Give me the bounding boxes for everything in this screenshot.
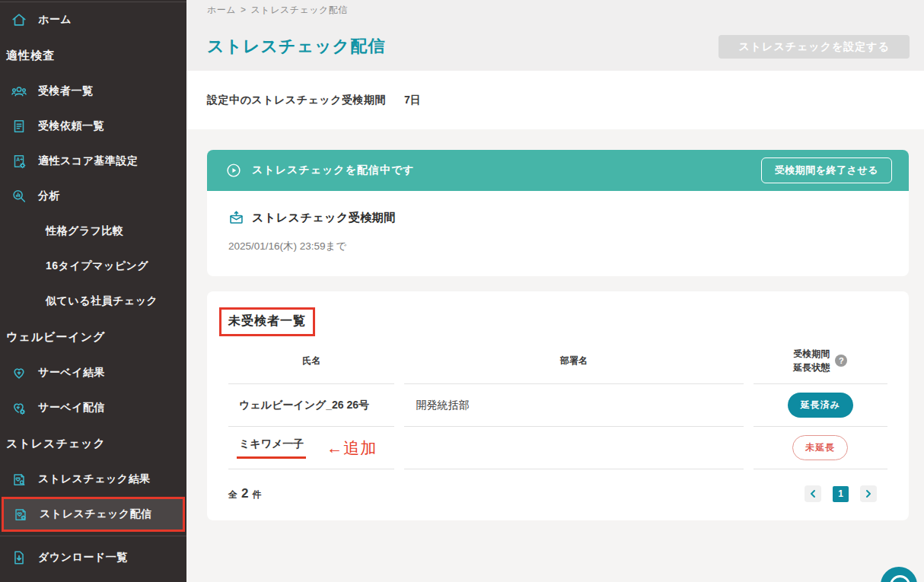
sidebar-item-downloads[interactable]: ダウンロード一覧 [0,540,186,575]
downloads-icon [11,549,27,566]
period-setting-label: 設定中のストレスチェック受検期間 [207,94,386,107]
sidebar-item-survey-delivery[interactable]: サーベイ配信 [0,390,186,425]
period-setting-value: 7日 [404,94,421,107]
sidebar-item-survey-results[interactable]: サーベイ結果 [0,355,186,390]
sidebar-divider [0,536,186,536]
sidebar-item-label: ストレスチェック配信 [40,507,152,521]
sidebar-item-score-criteria[interactable]: A+ 適性スコア基準設定 [0,144,186,179]
prev-page-button[interactable] [805,485,821,502]
svg-text:A+: A+ [16,157,23,162]
pending-examinees-card: 未受検者一覧 氏名 部署名 受検期間 延長状態 [207,291,909,520]
status-badge-not-extended: 未延長 [792,435,848,460]
delivery-status-text: ストレスチェックを配信中です [252,164,415,177]
chevron-right-icon [864,489,873,498]
stresscheck-results-icon [11,471,27,488]
sidebar-item-stresscheck-delivery[interactable]: ストレスチェック配信 [2,497,185,532]
annotation-underlined-name: ミキワメ一子 [237,437,306,459]
examinee-department [404,427,743,469]
examinee-department: 開発統括部 [404,384,743,427]
pagination: 1 [805,485,877,502]
exam-period-deadline: 2025/01/16(木) 23:59まで [228,240,887,253]
breadcrumb-separator: > [241,5,247,15]
survey-delivery-icon [11,399,27,416]
sidebar-section-wellbeing: ウェルビーイング [0,319,186,355]
table-footer: 全 2 件 1 [228,485,887,502]
sidebar-item-home[interactable]: ホーム [0,2,186,37]
delivery-status-card: ストレスチェックを配信中です 受検期間を終了させる ストレスチェック受検期間 2… [207,150,909,276]
pending-examinees-table: 氏名 部署名 受検期間 延長状態 ? [218,342,897,469]
sidebar-section-aptitude: 適性検査 [0,37,186,74]
breadcrumb: ホーム>ストレスチェック配信 [207,4,348,17]
extension-header-line2: 延長状態 [793,362,830,373]
sidebar-item-label: 分析 [38,189,60,203]
page-header: ホーム>ストレスチェック配信 ストレスチェック配信 ストレスチェックを設定する [186,0,924,71]
survey-results-icon [11,364,27,381]
play-circle-icon [225,162,242,179]
extension-status-cell: 未延長 [754,427,887,469]
period-setting-bar: 設定中のストレスチェック受検期間 7日 [186,71,924,129]
total-count: 全 2 件 [228,486,261,501]
sidebar-item-label: 似ている社員チェック [46,294,158,308]
sidebar-item-label: サーベイ結果 [38,366,105,380]
pending-examinees-title: 未受検者一覧 [228,314,306,327]
column-header-name: 氏名 [228,342,394,384]
sidebar-item-label: ホーム [38,13,72,27]
app-window: ホーム 適性検査 受検者一覧 受検依頼一覧 A+ 適性スコア基準設定 分 [0,0,924,582]
sidebar-item-exam-requests[interactable]: 受検依頼一覧 [0,109,186,144]
main-content: ホーム>ストレスチェック配信 ストレスチェック配信 ストレスチェックを設定する … [186,0,924,582]
setup-stresscheck-button[interactable]: ストレスチェックを設定する [718,35,910,59]
sidebar-item-label: ストレスチェック結果 [38,472,151,486]
mail-period-icon [228,210,244,226]
score-criteria-icon: A+ [11,153,27,170]
examinees-icon [11,83,27,100]
sidebar: ホーム 適性検査 受検者一覧 受検依頼一覧 A+ 適性スコア基準設定 分 [0,0,186,582]
analysis-icon [11,188,27,205]
total-number: 2 [241,486,248,501]
sidebar-section-stresscheck: ストレスチェック [0,425,186,462]
sidebar-item-label: 適性スコア基準設定 [38,154,138,168]
sidebar-item-label: サーベイ配信 [38,401,105,415]
sidebar-item-label: 性格グラフ比較 [46,224,123,238]
table-row: ミキワメ一子 ←追加 未延長 [228,427,887,469]
annotation-added-note: ←追加 [327,437,377,459]
chevron-left-icon [808,489,817,498]
total-prefix: 全 [228,488,237,501]
column-header-extension: 受検期間 延長状態 ? [754,342,887,384]
status-badge-extended: 延長済み [788,393,853,418]
home-icon [11,11,27,28]
sidebar-item-similar-employees[interactable]: 似ている社員チェック [0,284,186,319]
extension-header-line1: 受検期間 [793,348,830,359]
total-suffix: 件 [252,488,261,501]
column-header-department: 部署名 [404,342,743,384]
content-area: ストレスチェックを配信中です 受検期間を終了させる ストレスチェック受検期間 2… [186,129,924,520]
end-exam-period-button[interactable]: 受検期間を終了させる [761,157,892,183]
examinee-name: ウェルビーイング_26 26号 [228,384,394,427]
exam-requests-icon [11,118,27,135]
sidebar-item-16type-mapping[interactable]: 16タイプマッピング [0,249,186,284]
examinee-name: ミキワメ一子 ←追加 [228,427,394,469]
table-row: ウェルビーイング_26 26号 開発統括部 延長済み [228,384,887,427]
sidebar-item-personality-graph[interactable]: 性格グラフ比較 [0,214,186,249]
sidebar-item-analysis[interactable]: 分析 [0,179,186,214]
sidebar-item-stresscheck-results[interactable]: ストレスチェック結果 [0,462,186,497]
exam-period-title: ストレスチェック受検期間 [252,211,396,225]
sidebar-item-examinees[interactable]: 受検者一覧 [0,74,186,109]
table-header-row: 氏名 部署名 受検期間 延長状態 ? [228,342,887,384]
next-page-button[interactable] [860,485,877,502]
period-card-body: ストレスチェック受検期間 2025/01/16(木) 23:59まで [207,191,909,276]
sidebar-item-label: 受検者一覧 [38,84,94,98]
delivery-banner: ストレスチェックを配信中です 受検期間を終了させる [207,150,909,191]
help-icon[interactable]: ? [835,355,847,367]
annotation-red-box: 未受検者一覧 [219,307,315,336]
breadcrumb-current: ストレスチェック配信 [251,5,348,15]
sidebar-item-label: 受検依頼一覧 [38,119,104,133]
sidebar-item-label: ダウンロード一覧 [38,551,128,565]
breadcrumb-home-link[interactable]: ホーム [207,5,236,15]
extension-status-cell: 延長済み [754,384,887,427]
sidebar-item-label: 16タイプマッピング [46,259,148,273]
current-page-button[interactable]: 1 [833,486,849,502]
stresscheck-delivery-icon [12,506,29,523]
page-title: ストレスチェック配信 [207,35,385,58]
